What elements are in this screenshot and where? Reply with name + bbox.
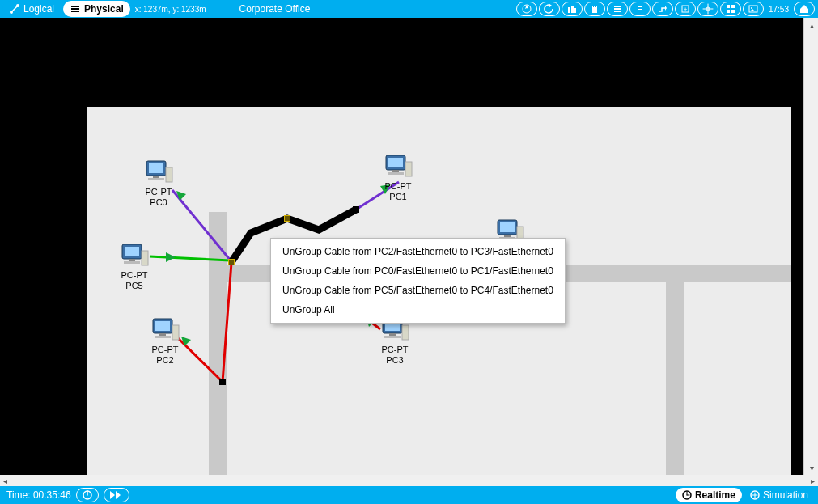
svg-rect-25 (727, 5, 730, 8)
svg-rect-28 (731, 10, 735, 13)
top-toolbar: Logical Physical x: 1237m, y: 1233m Corp… (0, 0, 818, 18)
svg-rect-45 (405, 162, 412, 176)
svg-rect-3 (71, 6, 79, 7)
svg-rect-5 (71, 11, 79, 12)
location-label: Corporate Office (239, 3, 311, 15)
svg-rect-47 (155, 321, 170, 331)
svg-rect-54 (384, 336, 401, 338)
svg-rect-4 (71, 8, 79, 10)
device-type: PC-PT (371, 345, 419, 355)
svg-rect-26 (731, 5, 735, 8)
device-type: PC-PT (134, 187, 183, 197)
device-label: PC2 (141, 355, 189, 366)
svg-rect-38 (153, 176, 159, 178)
ctx-ungroup-cable-1[interactable]: UnGroup Cable from PC0/FastEthernet0 to … (271, 261, 565, 281)
device-pc1[interactable]: PC-PT PC1 (374, 154, 422, 202)
svg-rect-43 (392, 170, 399, 172)
svg-rect-44 (388, 172, 404, 175)
tab-realtime-label: Realtime (695, 489, 735, 501)
device-label: PC5 (110, 281, 159, 291)
svg-rect-18 (638, 6, 642, 7)
back-icon[interactable] (539, 2, 560, 16)
power-cycle-icon[interactable] (76, 488, 99, 502)
svg-rect-48 (159, 333, 166, 336)
svg-rect-63 (129, 259, 135, 261)
fast-forward-icon[interactable] (104, 488, 129, 502)
crosshair-icon[interactable] (697, 2, 718, 16)
svg-rect-64 (124, 261, 140, 264)
svg-line-2 (12, 6, 17, 11)
navigate-icon[interactable] (516, 2, 537, 16)
tab-physical-label: Physical (84, 3, 124, 15)
ctx-ungroup-cable-0[interactable]: UnGroup Cable from PC2/FastEthernet0 to … (271, 242, 565, 261)
cable-bend[interactable] (284, 215, 290, 222)
closet-icon[interactable] (607, 2, 628, 16)
svg-rect-11 (593, 6, 594, 7)
svg-rect-62 (125, 247, 139, 256)
image-icon[interactable] (743, 2, 764, 16)
svg-rect-10 (592, 6, 597, 13)
sim-time: Time: 00:35:46 (6, 489, 71, 501)
svg-point-30 (751, 7, 752, 9)
workspace[interactable]: PC-PT PC0 PC-PT PC1 PC-PT PC2 PC-PT PC3 … (0, 18, 803, 475)
svg-rect-12 (595, 6, 596, 7)
svg-rect-58 (504, 235, 511, 237)
device-label: PC1 (374, 192, 422, 202)
svg-rect-14 (614, 8, 621, 10)
vertical-scrollbar[interactable]: ▴▾ (803, 18, 818, 475)
tab-realtime[interactable]: Realtime (676, 488, 742, 502)
svg-rect-65 (142, 251, 148, 265)
cable-bend[interactable] (353, 206, 359, 213)
svg-rect-7 (568, 7, 570, 13)
svg-rect-39 (148, 178, 164, 180)
svg-rect-27 (727, 10, 730, 13)
bottom-toolbar: Time: 00:35:46 Realtime Simulation (0, 486, 818, 504)
tab-simulation[interactable]: Simulation (745, 489, 813, 501)
svg-rect-15 (614, 11, 621, 12)
device-type: PC-PT (141, 345, 189, 355)
city-icon[interactable] (562, 2, 583, 16)
top-clock: 17:53 (765, 5, 792, 14)
rack-icon[interactable] (629, 2, 651, 16)
context-menu: UnGroup Cable from PC2/FastEthernet0 to … (270, 238, 566, 324)
svg-rect-8 (571, 6, 574, 13)
device-pc2[interactable]: PC-PT PC2 (141, 317, 189, 366)
tab-logical-label: Logical (23, 3, 54, 15)
device-pc0[interactable]: PC-PT PC0 (134, 159, 183, 208)
tab-simulation-label: Simulation (763, 489, 808, 501)
horizontal-scrollbar[interactable]: ◂▸ (0, 475, 818, 486)
device-type: PC-PT (374, 181, 422, 192)
building-icon[interactable] (584, 2, 605, 16)
home-icon[interactable] (794, 2, 815, 16)
grid-icon[interactable] (720, 2, 741, 16)
svg-rect-19 (638, 9, 642, 10)
tab-physical[interactable]: Physical (63, 1, 130, 17)
device-pc5[interactable]: PC-PT PC5 (110, 243, 159, 291)
svg-rect-40 (166, 167, 172, 182)
svg-text:+: + (684, 6, 688, 13)
svg-rect-55 (402, 325, 409, 340)
cable-bend[interactable] (228, 259, 235, 265)
ctx-ungroup-cable-2[interactable]: UnGroup Cable from PC5/FastEthernet0 to … (271, 281, 565, 300)
coords-readout: x: 1237m, y: 1233m (135, 5, 206, 14)
svg-rect-50 (172, 325, 179, 340)
note-icon[interactable]: + (675, 2, 696, 16)
ctx-ungroup-all[interactable]: UnGroup All (271, 300, 565, 320)
tab-logical[interactable]: Logical (2, 1, 61, 17)
device-label: PC3 (371, 355, 419, 366)
svg-rect-13 (614, 6, 621, 7)
svg-rect-37 (149, 163, 163, 173)
device-label: PC0 (134, 197, 183, 208)
svg-rect-42 (388, 158, 403, 167)
svg-rect-57 (500, 222, 515, 232)
toolbar-icon-row: + 17:53 (516, 0, 815, 18)
svg-rect-53 (389, 333, 396, 336)
svg-marker-31 (166, 252, 176, 262)
cable-bend[interactable] (219, 379, 226, 385)
device-pc3[interactable]: PC-PT PC3 (371, 317, 419, 366)
device-type: PC-PT (110, 270, 159, 281)
move-icon[interactable] (652, 2, 673, 16)
svg-rect-9 (574, 8, 576, 13)
svg-rect-49 (155, 336, 171, 338)
